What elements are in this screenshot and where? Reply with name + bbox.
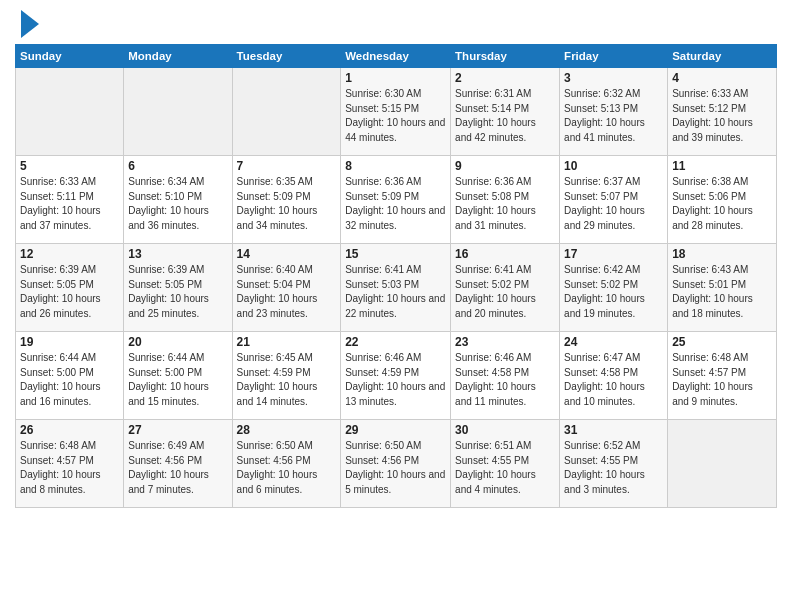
logo (15, 10, 39, 38)
calendar-cell: 27Sunrise: 6:49 AM Sunset: 4:56 PM Dayli… (124, 420, 232, 508)
calendar-cell: 10Sunrise: 6:37 AM Sunset: 5:07 PM Dayli… (560, 156, 668, 244)
day-number: 8 (345, 159, 446, 173)
calendar-cell (124, 68, 232, 156)
calendar-week-5: 26Sunrise: 6:48 AM Sunset: 4:57 PM Dayli… (16, 420, 777, 508)
day-detail: Sunrise: 6:43 AM Sunset: 5:01 PM Dayligh… (672, 263, 772, 321)
calendar-cell: 17Sunrise: 6:42 AM Sunset: 5:02 PM Dayli… (560, 244, 668, 332)
calendar-cell: 20Sunrise: 6:44 AM Sunset: 5:00 PM Dayli… (124, 332, 232, 420)
day-detail: Sunrise: 6:48 AM Sunset: 4:57 PM Dayligh… (20, 439, 119, 497)
day-number: 25 (672, 335, 772, 349)
day-detail: Sunrise: 6:50 AM Sunset: 4:56 PM Dayligh… (345, 439, 446, 497)
day-number: 11 (672, 159, 772, 173)
day-detail: Sunrise: 6:36 AM Sunset: 5:08 PM Dayligh… (455, 175, 555, 233)
calendar-cell: 23Sunrise: 6:46 AM Sunset: 4:58 PM Dayli… (451, 332, 560, 420)
day-detail: Sunrise: 6:36 AM Sunset: 5:09 PM Dayligh… (345, 175, 446, 233)
day-detail: Sunrise: 6:39 AM Sunset: 5:05 PM Dayligh… (20, 263, 119, 321)
calendar-cell (16, 68, 124, 156)
calendar-cell: 4Sunrise: 6:33 AM Sunset: 5:12 PM Daylig… (668, 68, 777, 156)
day-number: 19 (20, 335, 119, 349)
calendar-cell: 31Sunrise: 6:52 AM Sunset: 4:55 PM Dayli… (560, 420, 668, 508)
calendar-cell: 12Sunrise: 6:39 AM Sunset: 5:05 PM Dayli… (16, 244, 124, 332)
day-header-tuesday: Tuesday (232, 45, 341, 68)
day-header-friday: Friday (560, 45, 668, 68)
day-number: 18 (672, 247, 772, 261)
day-number: 28 (237, 423, 337, 437)
day-number: 21 (237, 335, 337, 349)
day-detail: Sunrise: 6:38 AM Sunset: 5:06 PM Dayligh… (672, 175, 772, 233)
day-number: 12 (20, 247, 119, 261)
day-detail: Sunrise: 6:31 AM Sunset: 5:14 PM Dayligh… (455, 87, 555, 145)
day-detail: Sunrise: 6:41 AM Sunset: 5:02 PM Dayligh… (455, 263, 555, 321)
day-number: 27 (128, 423, 227, 437)
day-number: 10 (564, 159, 663, 173)
calendar-cell: 6Sunrise: 6:34 AM Sunset: 5:10 PM Daylig… (124, 156, 232, 244)
day-number: 3 (564, 71, 663, 85)
day-detail: Sunrise: 6:30 AM Sunset: 5:15 PM Dayligh… (345, 87, 446, 145)
day-number: 9 (455, 159, 555, 173)
day-number: 22 (345, 335, 446, 349)
day-number: 1 (345, 71, 446, 85)
calendar-cell: 24Sunrise: 6:47 AM Sunset: 4:58 PM Dayli… (560, 332, 668, 420)
day-detail: Sunrise: 6:35 AM Sunset: 5:09 PM Dayligh… (237, 175, 337, 233)
calendar-cell (232, 68, 341, 156)
day-number: 30 (455, 423, 555, 437)
day-number: 17 (564, 247, 663, 261)
calendar-cell: 30Sunrise: 6:51 AM Sunset: 4:55 PM Dayli… (451, 420, 560, 508)
day-detail: Sunrise: 6:42 AM Sunset: 5:02 PM Dayligh… (564, 263, 663, 321)
calendar-cell: 8Sunrise: 6:36 AM Sunset: 5:09 PM Daylig… (341, 156, 451, 244)
calendar-header-row: SundayMondayTuesdayWednesdayThursdayFrid… (16, 45, 777, 68)
day-detail: Sunrise: 6:52 AM Sunset: 4:55 PM Dayligh… (564, 439, 663, 497)
calendar-cell: 29Sunrise: 6:50 AM Sunset: 4:56 PM Dayli… (341, 420, 451, 508)
day-detail: Sunrise: 6:44 AM Sunset: 5:00 PM Dayligh… (128, 351, 227, 409)
calendar-cell: 16Sunrise: 6:41 AM Sunset: 5:02 PM Dayli… (451, 244, 560, 332)
day-number: 14 (237, 247, 337, 261)
logo-arrow-icon (21, 10, 39, 38)
day-number: 29 (345, 423, 446, 437)
day-header-sunday: Sunday (16, 45, 124, 68)
calendar-cell: 15Sunrise: 6:41 AM Sunset: 5:03 PM Dayli… (341, 244, 451, 332)
day-detail: Sunrise: 6:49 AM Sunset: 4:56 PM Dayligh… (128, 439, 227, 497)
calendar-week-3: 12Sunrise: 6:39 AM Sunset: 5:05 PM Dayli… (16, 244, 777, 332)
day-number: 20 (128, 335, 227, 349)
day-detail: Sunrise: 6:44 AM Sunset: 5:00 PM Dayligh… (20, 351, 119, 409)
day-header-monday: Monday (124, 45, 232, 68)
calendar-cell: 26Sunrise: 6:48 AM Sunset: 4:57 PM Dayli… (16, 420, 124, 508)
day-number: 31 (564, 423, 663, 437)
day-detail: Sunrise: 6:33 AM Sunset: 5:11 PM Dayligh… (20, 175, 119, 233)
day-detail: Sunrise: 6:33 AM Sunset: 5:12 PM Dayligh… (672, 87, 772, 145)
day-number: 24 (564, 335, 663, 349)
calendar-cell: 9Sunrise: 6:36 AM Sunset: 5:08 PM Daylig… (451, 156, 560, 244)
calendar-cell: 5Sunrise: 6:33 AM Sunset: 5:11 PM Daylig… (16, 156, 124, 244)
day-detail: Sunrise: 6:46 AM Sunset: 4:59 PM Dayligh… (345, 351, 446, 409)
day-detail: Sunrise: 6:32 AM Sunset: 5:13 PM Dayligh… (564, 87, 663, 145)
day-detail: Sunrise: 6:48 AM Sunset: 4:57 PM Dayligh… (672, 351, 772, 409)
day-detail: Sunrise: 6:39 AM Sunset: 5:05 PM Dayligh… (128, 263, 227, 321)
page-header (15, 10, 777, 38)
calendar-cell: 14Sunrise: 6:40 AM Sunset: 5:04 PM Dayli… (232, 244, 341, 332)
calendar-cell: 22Sunrise: 6:46 AM Sunset: 4:59 PM Dayli… (341, 332, 451, 420)
calendar-table: SundayMondayTuesdayWednesdayThursdayFrid… (15, 44, 777, 508)
day-header-wednesday: Wednesday (341, 45, 451, 68)
calendar-cell (668, 420, 777, 508)
day-detail: Sunrise: 6:41 AM Sunset: 5:03 PM Dayligh… (345, 263, 446, 321)
day-detail: Sunrise: 6:40 AM Sunset: 5:04 PM Dayligh… (237, 263, 337, 321)
day-detail: Sunrise: 6:50 AM Sunset: 4:56 PM Dayligh… (237, 439, 337, 497)
calendar-cell: 25Sunrise: 6:48 AM Sunset: 4:57 PM Dayli… (668, 332, 777, 420)
day-number: 16 (455, 247, 555, 261)
calendar-week-4: 19Sunrise: 6:44 AM Sunset: 5:00 PM Dayli… (16, 332, 777, 420)
day-detail: Sunrise: 6:34 AM Sunset: 5:10 PM Dayligh… (128, 175, 227, 233)
calendar-cell: 18Sunrise: 6:43 AM Sunset: 5:01 PM Dayli… (668, 244, 777, 332)
day-number: 7 (237, 159, 337, 173)
day-detail: Sunrise: 6:47 AM Sunset: 4:58 PM Dayligh… (564, 351, 663, 409)
calendar-cell: 19Sunrise: 6:44 AM Sunset: 5:00 PM Dayli… (16, 332, 124, 420)
day-header-saturday: Saturday (668, 45, 777, 68)
calendar-cell: 11Sunrise: 6:38 AM Sunset: 5:06 PM Dayli… (668, 156, 777, 244)
day-number: 2 (455, 71, 555, 85)
day-number: 15 (345, 247, 446, 261)
calendar-cell: 7Sunrise: 6:35 AM Sunset: 5:09 PM Daylig… (232, 156, 341, 244)
calendar-cell: 28Sunrise: 6:50 AM Sunset: 4:56 PM Dayli… (232, 420, 341, 508)
day-detail: Sunrise: 6:37 AM Sunset: 5:07 PM Dayligh… (564, 175, 663, 233)
day-detail: Sunrise: 6:46 AM Sunset: 4:58 PM Dayligh… (455, 351, 555, 409)
day-number: 6 (128, 159, 227, 173)
day-number: 13 (128, 247, 227, 261)
